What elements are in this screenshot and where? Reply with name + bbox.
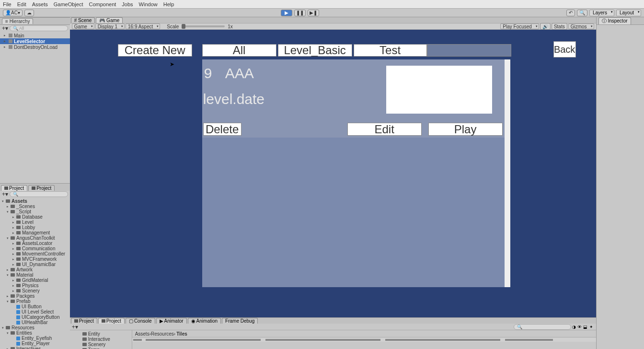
hierarchy-item[interactable]: LevelSelector: [0, 38, 70, 44]
game-tab[interactable]: 🎮 Game: [96, 17, 123, 23]
breadcrumb[interactable]: Assets › Resources › Tiles: [132, 330, 596, 337]
animation-tab[interactable]: ◉ Animation: [188, 318, 221, 324]
menu-edit[interactable]: Edit: [17, 1, 26, 7]
tree-row[interactable]: Entity: [70, 331, 132, 337]
mute-button[interactable]: 🔊: [540, 23, 551, 30]
bottom-star-icon[interactable]: ✦: [588, 324, 594, 330]
create-new-button[interactable]: Create New: [118, 44, 192, 57]
layers-dropdown[interactable]: Layers: [589, 10, 614, 16]
play-level-button[interactable]: Play: [428, 123, 503, 136]
filter-all-tab[interactable]: All: [202, 44, 276, 57]
bottom-visibility-icon[interactable]: 👁: [577, 324, 583, 330]
hierarchy-search-input[interactable]: 🔍 All: [10, 25, 68, 31]
tree-row[interactable]: ▸_Scenes: [0, 204, 70, 209]
tree-row[interactable]: ▸MVCFramework: [0, 256, 70, 262]
aspect-dropdown[interactable]: 16:9 Aspect: [126, 23, 160, 29]
tree-row[interactable]: UI Button: [0, 304, 70, 309]
animator-tab[interactable]: ▶ Animator: [156, 318, 187, 324]
bottom-tabs: Project Project ▢ Console ▶ Animator ◉ A…: [70, 317, 596, 324]
tree-row[interactable]: ▸UI_DynamicBar: [0, 262, 70, 267]
layout-dropdown[interactable]: Layout: [616, 10, 641, 16]
delete-level-button[interactable]: Delete: [203, 123, 242, 136]
tree-row[interactable]: ▾_Script: [0, 209, 70, 214]
tree-row[interactable]: ▸Lobby: [0, 225, 70, 230]
project-tab[interactable]: Project: [28, 185, 55, 191]
stats-button[interactable]: Stats: [552, 23, 567, 30]
tree-row[interactable]: ▸Communication: [0, 246, 70, 251]
tree-row[interactable]: UI Level Select: [0, 309, 70, 314]
hierarchy-tab[interactable]: ≡ Hierarchy: [2, 18, 33, 24]
hierarchy-add-button[interactable]: +▾: [2, 25, 10, 32]
filter-test-tab[interactable]: Test: [354, 44, 427, 57]
project-tab[interactable]: Project: [1, 185, 27, 191]
scene-tab[interactable]: # Scene: [71, 17, 95, 23]
cloud-button[interactable]: ☁: [24, 10, 34, 16]
hierarchy-item[interactable]: Main: [0, 33, 70, 38]
tree-row[interactable]: ▸Artwork: [0, 267, 70, 272]
tree-row[interactable]: Scenery: [70, 342, 132, 347]
menu-component[interactable]: Component: [89, 1, 116, 7]
tree-row[interactable]: ▾Material: [0, 272, 70, 278]
tree-row[interactable]: Temp: [70, 347, 132, 349]
pause-button[interactable]: ❚❚: [294, 10, 306, 16]
menu-jobs[interactable]: Jobs: [122, 1, 133, 7]
viewport-tabs: # Scene 🎮 Game: [70, 17, 596, 23]
play-button[interactable]: ▶: [281, 10, 292, 16]
project-add-button[interactable]: +▾: [2, 191, 10, 198]
tree-row[interactable]: ▾Entities: [0, 330, 70, 336]
top-toolbar: 👤 AC ▾ ☁ ▶ ❚❚ ▶❚ ↶ 🔍 Layers Layout: [0, 9, 644, 17]
tree-row[interactable]: ▸MovementController: [0, 251, 70, 256]
project-tab-bottom-2[interactable]: Project: [98, 318, 125, 324]
project-tab-bottom[interactable]: Project: [71, 318, 97, 324]
undo-history-button[interactable]: ↶: [566, 10, 575, 16]
renderer-dropdown[interactable]: Game: [72, 23, 94, 29]
tree-row[interactable]: ▾Resources: [0, 325, 70, 330]
project-tree: ▾Assets ▸_Scenes▾_Script▸Database▸Level▸…: [0, 198, 70, 349]
console-tab[interactable]: ▢ Console: [126, 318, 155, 324]
bottom-add-button[interactable]: +▾: [72, 324, 80, 330]
hierarchy-item[interactable]: DontDestroyOnLoad: [0, 44, 70, 50]
bottom-save-icon[interactable]: ⬓: [583, 324, 588, 330]
tree-row[interactable]: ▸Packges: [0, 293, 70, 299]
menu-help[interactable]: Help: [163, 1, 174, 7]
project-search-input[interactable]: 🔍: [10, 191, 68, 197]
tree-row[interactable]: Interactive: [70, 337, 132, 342]
tree-row[interactable]: ▸Database: [0, 214, 70, 220]
step-button[interactable]: ▶❚: [308, 10, 319, 16]
tree-row[interactable]: ▸Level: [0, 220, 70, 225]
tree-row[interactable]: ▸Interactives: [0, 346, 70, 349]
tree-row[interactable]: Entity_Player: [0, 341, 70, 346]
tree-row[interactable]: UICategoryButton: [0, 314, 70, 320]
menu-file[interactable]: File: [3, 1, 12, 7]
tree-row[interactable]: ▸Management: [0, 230, 70, 235]
tree-row[interactable]: Entity_Eyefish: [0, 336, 70, 341]
back-button[interactable]: Back: [553, 41, 576, 58]
tree-row[interactable]: ▸Physics: [0, 283, 70, 288]
search-button[interactable]: 🔍: [577, 10, 587, 16]
account-button[interactable]: 👤 AC ▾: [3, 10, 23, 16]
scale-slider[interactable]: [182, 25, 225, 27]
filter-basic-tab[interactable]: Level_Basic: [278, 44, 352, 57]
tree-row[interactable]: UIHealthBar: [0, 320, 70, 325]
menu-bar: File Edit Assets GameObject Component Jo…: [0, 0, 644, 9]
menu-window[interactable]: Window: [139, 1, 158, 7]
display-dropdown[interactable]: Display 1: [95, 23, 125, 29]
asset-scrubber[interactable]: [132, 337, 596, 342]
menu-assets[interactable]: Assets: [32, 1, 48, 7]
framedebug-tab[interactable]: Frame Debug: [222, 318, 258, 324]
bottom-filter-icon[interactable]: ◑: [571, 324, 577, 330]
menu-gameobject[interactable]: GameObject: [54, 1, 83, 7]
tree-row[interactable]: ▾AngusChanToolkit: [0, 235, 70, 241]
tree-row[interactable]: ▾Prefab: [0, 299, 70, 304]
tree-row[interactable]: ▸AssetsLocator: [0, 241, 70, 246]
gizmos-dropdown[interactable]: Gizmos: [568, 23, 594, 29]
inspector-tab[interactable]: ⓘ Inspector: [598, 17, 631, 24]
edit-level-button[interactable]: Edit: [347, 123, 422, 136]
filter-empty-tab[interactable]: [427, 44, 511, 57]
tree-root[interactable]: ▾Assets: [0, 198, 70, 204]
tree-row[interactable]: ▸GridMaterial: [0, 278, 70, 283]
level-list-scrollbar[interactable]: [505, 59, 510, 287]
tree-row[interactable]: ▸Scenery: [0, 288, 70, 293]
bottom-search-input[interactable]: 🔍: [514, 324, 571, 330]
play-focused-dropdown[interactable]: Play Focused: [500, 23, 539, 29]
